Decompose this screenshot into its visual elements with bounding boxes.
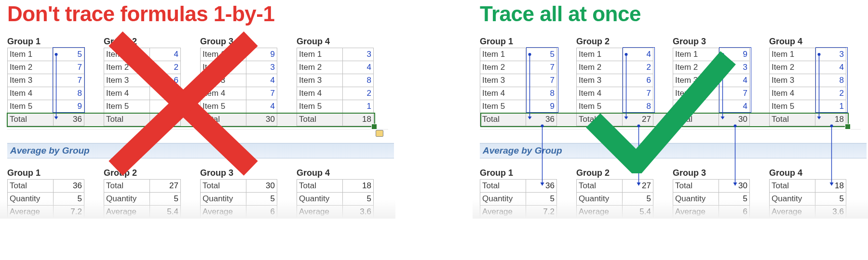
item-label[interactable]: Item 1	[770, 48, 815, 61]
total-value[interactable]: 27	[150, 113, 181, 126]
item-value[interactable]: 2	[815, 87, 846, 100]
item-label[interactable]: Item 4	[201, 87, 246, 100]
item-label[interactable]: Item 5	[480, 100, 526, 113]
summary-label[interactable]: Total	[577, 180, 623, 193]
table-row[interactable]: Item 48	[8, 87, 84, 100]
table-row[interactable]: Item 13	[770, 48, 846, 61]
table-row[interactable]: Item 47	[577, 87, 653, 100]
table-row[interactable]: Item 47	[104, 87, 181, 100]
table-row[interactable]: Item 58	[577, 100, 653, 113]
summary-label[interactable]: Total	[297, 180, 343, 193]
item-value[interactable]: 4	[719, 74, 750, 87]
item-label[interactable]: Item 4	[770, 87, 815, 100]
item-value[interactable]: 3	[246, 61, 277, 74]
item-label[interactable]: Item 1	[8, 48, 54, 61]
total-value[interactable]: 27	[623, 113, 653, 126]
item-label[interactable]: Item 3	[8, 74, 54, 87]
summary-label[interactable]: Total	[673, 180, 719, 193]
table-row[interactable]: Item 38	[297, 74, 374, 87]
table-row[interactable]: Item 37	[480, 74, 557, 87]
item-value[interactable]: 2	[343, 87, 374, 100]
table-row[interactable]: Item 37	[8, 74, 84, 87]
item-value[interactable]: 6	[150, 74, 181, 87]
item-label[interactable]: Item 5	[673, 100, 719, 113]
item-value[interactable]: 5	[54, 48, 84, 61]
item-label[interactable]: Item 2	[104, 61, 150, 74]
total-row[interactable]: Total30	[673, 113, 750, 126]
fill-handle-icon[interactable]	[371, 124, 377, 130]
item-value[interactable]: 7	[526, 61, 557, 74]
table-row[interactable]: Item 22	[104, 61, 181, 74]
table-row[interactable]: Item 54	[201, 100, 277, 113]
table-row[interactable]: Item 27	[480, 61, 557, 74]
table-row[interactable]: Item 42	[297, 87, 374, 100]
table-row[interactable]: Item 47	[201, 87, 277, 100]
table-row[interactable]: Total36	[480, 180, 557, 193]
item-label[interactable]: Item 2	[770, 61, 815, 74]
total-label[interactable]: Total	[104, 113, 150, 126]
item-value[interactable]: 2	[150, 61, 181, 74]
table-row[interactable]: Item 13	[297, 48, 374, 61]
item-label[interactable]: Item 4	[8, 87, 54, 100]
table-row[interactable]: Item 34	[201, 74, 277, 87]
item-label[interactable]: Item 5	[8, 100, 54, 113]
item-value[interactable]: 9	[719, 48, 750, 61]
item-label[interactable]: Item 1	[201, 48, 246, 61]
summary-value[interactable]: 18	[815, 180, 846, 193]
item-label[interactable]: Item 3	[297, 74, 343, 87]
table-row[interactable]: Total18	[770, 180, 846, 193]
item-label[interactable]: Item 5	[104, 100, 150, 113]
group-grid[interactable]: Item 19Item 23Item 34Item 47Item 54Total…	[673, 48, 750, 126]
item-value[interactable]: 9	[526, 100, 557, 113]
table-row[interactable]: Item 24	[297, 61, 374, 74]
summary-label[interactable]: Total	[104, 180, 150, 193]
item-value[interactable]: 4	[343, 61, 374, 74]
item-label[interactable]: Item 3	[201, 74, 246, 87]
table-row[interactable]: Item 27	[8, 61, 84, 74]
table-row[interactable]: Item 23	[201, 61, 277, 74]
summary-value[interactable]: 36	[54, 180, 84, 193]
table-row[interactable]: Item 51	[770, 100, 846, 113]
group-grid[interactable]: Item 15Item 27Item 37Item 48Item 59Total…	[7, 48, 84, 126]
table-row[interactable]: Item 38	[770, 74, 846, 87]
item-label[interactable]: Item 1	[480, 48, 526, 61]
table-row[interactable]: Item 48	[480, 87, 557, 100]
summary-label[interactable]: Total	[8, 180, 54, 193]
item-value[interactable]: 4	[246, 74, 277, 87]
table-row[interactable]: Item 19	[201, 48, 277, 61]
item-value[interactable]: 7	[54, 74, 84, 87]
table-row[interactable]: Item 59	[8, 100, 84, 113]
total-label[interactable]: Total	[770, 113, 815, 126]
table-row[interactable]: Item 14	[577, 48, 653, 61]
item-value[interactable]: 9	[246, 48, 277, 61]
group-grid[interactable]: Item 19Item 23Item 34Item 47Item 54Total…	[200, 48, 277, 126]
item-label[interactable]: Item 4	[673, 87, 719, 100]
summary-value[interactable]: 30	[246, 180, 277, 193]
table-row[interactable]: Item 54	[673, 100, 750, 113]
group-grid[interactable]: Item 14Item 22Item 36Item 47Item 58Total…	[576, 48, 653, 126]
table-row[interactable]: Item 42	[770, 87, 846, 100]
item-value[interactable]: 1	[343, 100, 374, 113]
item-label[interactable]: Item 4	[480, 87, 526, 100]
total-label[interactable]: Total	[577, 113, 623, 126]
item-value[interactable]: 3	[343, 48, 374, 61]
item-value[interactable]: 3	[719, 61, 750, 74]
total-row[interactable]: Total30	[201, 113, 277, 126]
item-value[interactable]: 8	[150, 100, 181, 113]
item-label[interactable]: Item 3	[770, 74, 815, 87]
item-value[interactable]: 4	[815, 61, 846, 74]
item-label[interactable]: Item 3	[480, 74, 526, 87]
table-row[interactable]: Item 36	[577, 74, 653, 87]
summary-value[interactable]: 30	[719, 180, 750, 193]
total-row[interactable]: Total27	[577, 113, 653, 126]
group-grid[interactable]: Item 14Item 22Item 36Item 47Item 58Total…	[104, 48, 181, 126]
total-label[interactable]: Total	[480, 113, 526, 126]
table-row[interactable]: Item 36	[104, 74, 181, 87]
item-label[interactable]: Item 3	[673, 74, 719, 87]
item-label[interactable]: Item 2	[577, 61, 623, 74]
table-row[interactable]: Total27	[577, 180, 653, 193]
table-row[interactable]: Item 59	[480, 100, 557, 113]
item-value[interactable]: 2	[623, 61, 653, 74]
table-row[interactable]: Item 47	[673, 87, 750, 100]
total-value[interactable]: 30	[719, 113, 750, 126]
